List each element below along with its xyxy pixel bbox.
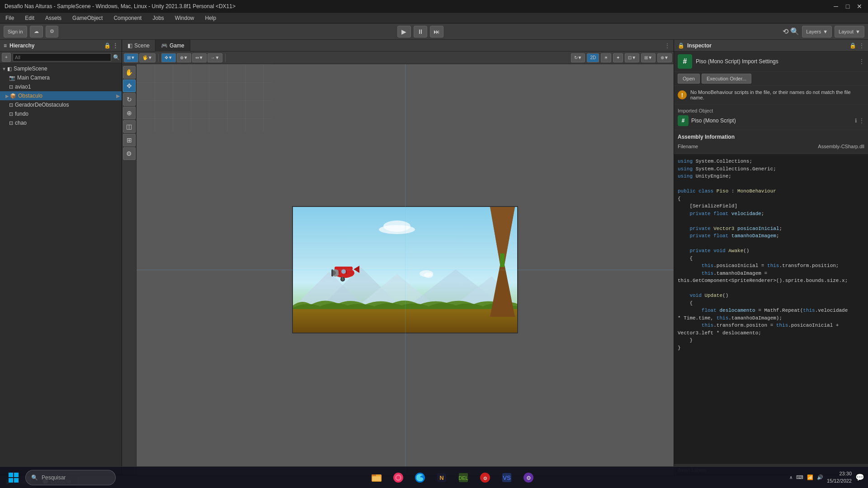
hierarchy-menu-icon[interactable]: ⋮ [113, 42, 118, 49]
code-line-25: } [678, 337, 864, 344]
hierarchy-search-input[interactable] [13, 53, 111, 61]
step-button[interactable]: ⏭ [430, 26, 443, 38]
tab-game[interactable]: 🎮 Game [156, 40, 190, 52]
inspector-icon: 🔒 [678, 42, 684, 49]
tray-keyboard-icon[interactable]: ⌨ [796, 474, 803, 480]
tool-hand[interactable]: ✋ [123, 66, 136, 79]
transform-buttons: ✥▼ ⊕▼ ⇔▼ →▼ [161, 53, 223, 62]
tool-move[interactable]: ✥ [123, 80, 136, 92]
pause-button[interactable]: ⏸ [414, 26, 427, 38]
svg-rect-29 [372, 474, 376, 476]
layout-label: Layout [839, 29, 854, 34]
gizmos-btn[interactable]: ⊞▼ [641, 53, 656, 62]
hierarchy-lock-icon[interactable]: 🔒 [104, 42, 111, 49]
tray-sound-icon[interactable]: 🔊 [817, 474, 823, 480]
imported-obj-info-icon[interactable]: ℹ [855, 117, 857, 124]
tool-custom[interactable]: ⚙ [123, 147, 136, 160]
hierarchy-item-fundo[interactable]: ⊡ fundo [0, 109, 122, 118]
hierarchy-item-maincamera[interactable]: 📷 Main Camera [0, 73, 122, 82]
gizmo-btn-2[interactable]: 🖐▼ [139, 53, 156, 62]
transform-btn-2[interactable]: ⊕▼ [177, 53, 191, 62]
fundo-icon: ⊡ [9, 111, 13, 117]
hierarchy-icon: ≡ [4, 42, 7, 49]
hierarchy-item-obstaculo[interactable]: ▶ 📦 Obstaculo ▶ [0, 91, 122, 100]
code-line-1: using System.Collections; [678, 158, 864, 165]
svg-text:DEL: DEL [458, 475, 468, 481]
collab-button[interactable]: ⚙ [46, 26, 58, 38]
taskbar: 🔍 Pesquisar N [0, 466, 868, 488]
taskbar-app2-icon[interactable] [388, 468, 408, 488]
menu-window[interactable]: Window [173, 14, 196, 22]
tray-network-icon[interactable]: 📶 [807, 474, 813, 480]
inspector-lock-icon[interactable]: 🔒 [849, 42, 856, 49]
transform-btn-1[interactable]: ✥▼ [161, 53, 176, 62]
hierarchy-item-gerador[interactable]: ⊡ GeradorDeObstaculos [0, 100, 122, 109]
system-clock[interactable]: 23:30 15/12/2022 [827, 470, 852, 484]
hierarchy-header-actions: 🔒 ⋮ [104, 42, 118, 49]
menu-jobs[interactable]: Jobs [151, 14, 165, 22]
signin-button[interactable]: Sign in [4, 26, 27, 38]
execution-order-button[interactable]: Execution Order... [702, 74, 751, 84]
scene-view[interactable] [137, 64, 674, 475]
tool-scale[interactable]: ⊕ [123, 107, 136, 119]
2d-button[interactable]: 2D [587, 53, 599, 62]
fx-btn[interactable]: ✦ [613, 53, 623, 62]
menu-help[interactable]: Help [203, 14, 218, 22]
taskbar-edge-icon[interactable] [410, 468, 430, 488]
hierarchy-item-samplescene[interactable]: ▼ ◧ SampleScene [0, 64, 122, 73]
view-tab-menu[interactable]: ⋮ [661, 42, 674, 49]
history-icon[interactable]: ⟲ [783, 27, 788, 36]
tab-scene[interactable]: ◧ Scene [122, 40, 156, 52]
taskbar-app8-icon[interactable]: ⚙ [519, 468, 538, 488]
tool-transform[interactable]: ⊞ [123, 134, 136, 146]
menu-assets[interactable]: Assets [43, 14, 63, 22]
hierarchy-add-button[interactable]: + [2, 53, 11, 62]
taskbar-explorer-icon[interactable] [367, 468, 387, 488]
rotation-btn[interactable]: ↻▼ [571, 53, 585, 62]
filename-value: Assembly-CSharp.dll [818, 144, 864, 149]
gizmo-buttons: ⊞▼ 🖐▼ [124, 53, 156, 62]
obstaculo-expand-icon[interactable]: ▶ [116, 93, 120, 99]
menu-component[interactable]: Component [112, 14, 143, 22]
close-button[interactable]: ✕ [855, 2, 863, 10]
taskbar-app7-icon[interactable]: VS [497, 468, 517, 488]
layout-button[interactable]: Layout ▼ [835, 26, 864, 38]
inspector-title: Inspector [687, 42, 712, 49]
scene-view-btn[interactable]: ⊡▼ [625, 53, 639, 62]
cloud-button[interactable]: ☁ [30, 26, 43, 38]
start-button[interactable] [4, 469, 24, 487]
transform-btn-4[interactable]: →▼ [208, 53, 223, 62]
menu-edit[interactable]: Edit [23, 14, 36, 22]
sep1 [158, 54, 159, 62]
taskbar-app4-icon[interactable]: N [432, 468, 452, 488]
imported-obj-menu-icon[interactable]: ⋮ [859, 117, 864, 124]
lighting-btn[interactable]: ☀ [601, 53, 611, 62]
play-button[interactable]: ▶ [397, 26, 411, 38]
extra-btn[interactable]: ⊕▼ [657, 53, 672, 62]
search-icon[interactable]: 🔍 [790, 27, 799, 36]
inspector-menu-icon[interactable]: ⋮ [859, 42, 864, 49]
transform-btn-3[interactable]: ⇔▼ [192, 53, 207, 62]
taskbar-app5-icon[interactable]: DEL [453, 468, 473, 488]
taskbar-app6-icon[interactable]: ⊙ [475, 468, 495, 488]
inspector-script-menu[interactable]: ⋮ [859, 58, 864, 65]
center-panel: ◧ Scene 🎮 Game ⋮ ⊞▼ 🖐▼ ✥▼ ⊕▼ ⇔▼ →▼ [122, 40, 674, 475]
taskbar-search-box[interactable]: 🔍 Pesquisar [25, 470, 116, 485]
layout-chevron-icon: ▼ [855, 29, 860, 34]
svg-text:N: N [439, 474, 443, 481]
gizmo-btn-1[interactable]: ⊞▼ [124, 53, 138, 62]
menu-gameobject[interactable]: GameObject [71, 14, 104, 22]
menu-file[interactable]: File [4, 14, 16, 22]
tool-rect[interactable]: ◫ [123, 120, 136, 133]
tool-rotate[interactable]: ↻ [123, 93, 136, 106]
minimize-button[interactable]: ─ [832, 2, 840, 10]
open-button[interactable]: Open [678, 74, 700, 84]
svg-text:⚙: ⚙ [526, 475, 531, 481]
svg-marker-9 [354, 266, 359, 273]
maximize-button[interactable]: □ [844, 2, 852, 10]
layers-button[interactable]: Layers ▼ [802, 26, 832, 38]
notification-icon[interactable]: 💬 [855, 473, 864, 482]
tray-up-icon[interactable]: ∧ [789, 475, 793, 480]
hierarchy-item-chao[interactable]: ⊡ chao [0, 118, 122, 127]
hierarchy-item-aviao1[interactable]: ⊡ aviao1 [0, 82, 122, 91]
